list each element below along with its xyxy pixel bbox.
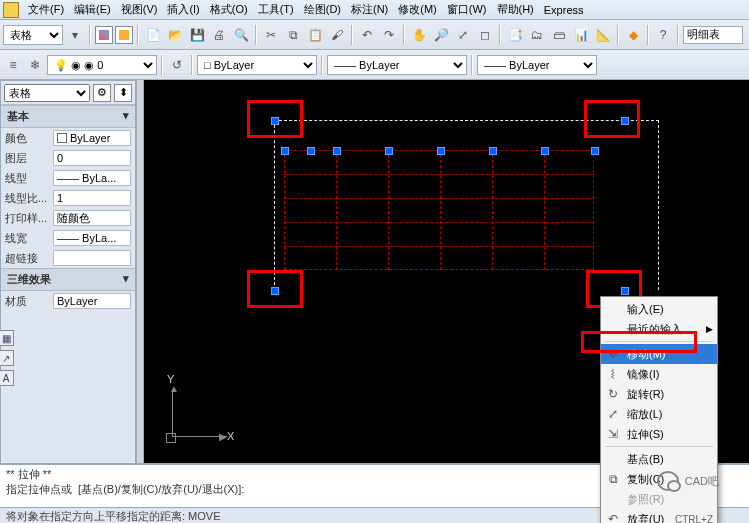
selection-combo[interactable]: 表格 xyxy=(4,84,90,102)
value-color[interactable]: ByLayer xyxy=(53,130,131,146)
quickselect-icon[interactable]: ⚙ xyxy=(93,84,111,102)
markup-icon[interactable]: 📐 xyxy=(593,25,613,45)
ctx-mirror[interactable]: ⧙镜像(I) xyxy=(601,364,717,384)
ctx-move[interactable]: ✥移动(M) xyxy=(601,344,717,364)
open-icon[interactable]: 📂 xyxy=(165,25,185,45)
grip[interactable] xyxy=(437,147,445,155)
help-icon[interactable]: ? xyxy=(653,25,673,45)
chevron-down-icon: ▾ xyxy=(123,109,129,124)
tutorial-highlight xyxy=(247,270,303,308)
copy-icon[interactable]: ⧉ xyxy=(283,25,303,45)
label-lw: 线宽 xyxy=(5,231,53,246)
grip[interactable] xyxy=(489,147,497,155)
lineweight-combo[interactable]: —— ByLayer xyxy=(477,55,597,75)
layer-filter-icon[interactable]: ❄ xyxy=(25,55,45,75)
ctx-ref: 参照(R) xyxy=(601,489,717,509)
value-layer[interactable]: 0 xyxy=(53,150,131,166)
ctx-rotate[interactable]: ↻旋转(R) xyxy=(601,384,717,404)
value-ltype[interactable]: —— ByLa... xyxy=(53,170,131,186)
ctx-stretch[interactable]: ⇲拉伸(S) xyxy=(601,424,717,444)
paste-icon[interactable]: 📋 xyxy=(305,25,325,45)
side-icon-2[interactable]: ↗ xyxy=(0,350,14,366)
value-ltscale[interactable]: 1 xyxy=(53,190,131,206)
menu-tools[interactable]: 工具(T) xyxy=(253,0,299,19)
menu-modify[interactable]: 修改(M) xyxy=(393,0,442,19)
label-ltype: 线型 xyxy=(5,171,53,186)
group-3d[interactable]: 三维效果▾ xyxy=(1,268,135,291)
ctx-base[interactable]: 基点(B) xyxy=(601,449,717,469)
grip[interactable] xyxy=(307,147,315,155)
dcenter-icon[interactable]: 🗂 xyxy=(527,25,547,45)
grip[interactable] xyxy=(281,147,289,155)
new-icon[interactable]: 📄 xyxy=(143,25,163,45)
menu-edit[interactable]: 编辑(E) xyxy=(69,0,116,19)
tutorial-highlight xyxy=(247,100,303,138)
menu-annotate[interactable]: 标注(N) xyxy=(346,0,393,19)
zoom-win-icon[interactable]: ◻ xyxy=(475,25,495,45)
ctx-enter[interactable]: 输入(E) xyxy=(601,299,717,319)
zoom-ext-icon[interactable]: ⤢ xyxy=(453,25,473,45)
panel-resize-handle[interactable] xyxy=(136,80,144,483)
toolbar-standard: 表格 ▾ 📄 📂 💾 🖨 🔍 ✂ ⧉ 📋 🖌 ↶ ↷ ✋ 🔎 ⤢ ◻ 📑 🗂 🗃… xyxy=(0,20,749,50)
grip[interactable] xyxy=(541,147,549,155)
side-icon-1[interactable]: ▦ xyxy=(0,330,14,346)
undo-icon[interactable]: ↶ xyxy=(357,25,377,45)
tutorial-highlight xyxy=(584,100,640,138)
toolbar-layers: ≡ ❄ 💡 ◉ ◉ 0 ↺ □ ByLayer —— ByLayer —— By… xyxy=(0,50,749,80)
menu-express[interactable]: Express xyxy=(539,2,589,18)
stretch-icon: ⇲ xyxy=(605,426,621,442)
sheet-icon[interactable]: 📊 xyxy=(571,25,591,45)
menu-help[interactable]: 帮助(H) xyxy=(492,0,539,19)
save-icon[interactable]: 💾 xyxy=(187,25,207,45)
menu-insert[interactable]: 插入(I) xyxy=(162,0,204,19)
left-column: 表格 ⚙ ⬍ 基本▾ 颜色ByLayer 图层0 线型—— ByLa... 线型… xyxy=(0,80,144,483)
label-plot: 打印样... xyxy=(5,211,53,226)
menu-draw[interactable]: 绘图(D) xyxy=(299,0,346,19)
render-icon[interactable]: ◆ xyxy=(623,25,643,45)
color-combo[interactable]: □ ByLayer xyxy=(197,55,317,75)
preview-icon[interactable]: 🔍 xyxy=(231,25,251,45)
menu-view[interactable]: 视图(V) xyxy=(116,0,163,19)
group-basic[interactable]: 基本▾ xyxy=(1,105,135,128)
value-plot[interactable]: 随颜色 xyxy=(53,210,131,226)
pan-icon[interactable]: ✋ xyxy=(409,25,429,45)
toolbar-btn-01[interactable]: ▾ xyxy=(65,25,85,45)
ctx-abandon[interactable]: ↶放弃(U)CTRL+Z xyxy=(601,509,717,523)
wechat-icon xyxy=(657,471,679,491)
layer-combo[interactable]: 💡 ◉ ◉ 0 xyxy=(47,55,157,75)
move-icon: ✥ xyxy=(605,346,621,362)
table-outline xyxy=(284,150,594,270)
label-hyper: 超链接 xyxy=(5,251,53,266)
ctx-scale[interactable]: ⤢缩放(L) xyxy=(601,404,717,424)
match-icon[interactable]: 🖌 xyxy=(327,25,347,45)
value-hyper[interactable] xyxy=(53,250,131,266)
palette-btn-2[interactable] xyxy=(115,26,133,44)
menu-window[interactable]: 窗口(W) xyxy=(442,0,492,19)
undo-icon: ↶ xyxy=(605,511,621,523)
props-icon[interactable]: 📑 xyxy=(505,25,525,45)
table-style-combo[interactable]: 表格 xyxy=(3,25,63,45)
menu-file[interactable]: 文件(F) xyxy=(23,0,69,19)
tool-pal-icon[interactable]: 🗃 xyxy=(549,25,569,45)
layer-mgr-icon[interactable]: ≡ xyxy=(3,55,23,75)
grip[interactable] xyxy=(385,147,393,155)
value-material[interactable]: ByLayer xyxy=(53,293,131,309)
zoom-icon[interactable]: 🔎 xyxy=(431,25,451,45)
ctx-recent[interactable]: 最近的输入▶ xyxy=(601,319,717,339)
cut-icon[interactable]: ✂ xyxy=(261,25,281,45)
linetype-combo[interactable]: —— ByLayer xyxy=(327,55,467,75)
palette-btn-1[interactable] xyxy=(95,26,113,44)
side-icon-3[interactable]: A xyxy=(0,370,14,386)
menu-format[interactable]: 格式(O) xyxy=(205,0,253,19)
pickadd-icon[interactable]: ⬍ xyxy=(114,84,132,102)
redo-icon[interactable]: ↷ xyxy=(379,25,399,45)
label-ltscale: 线型比... xyxy=(5,191,53,206)
scale-icon: ⤢ xyxy=(605,406,621,422)
grip[interactable] xyxy=(591,147,599,155)
app-icon xyxy=(3,2,19,18)
layer-prev-icon[interactable]: ↺ xyxy=(167,55,187,75)
detail-field[interactable] xyxy=(683,26,743,44)
grip[interactable] xyxy=(333,147,341,155)
print-icon[interactable]: 🖨 xyxy=(209,25,229,45)
value-lw[interactable]: —— ByLa... xyxy=(53,230,131,246)
